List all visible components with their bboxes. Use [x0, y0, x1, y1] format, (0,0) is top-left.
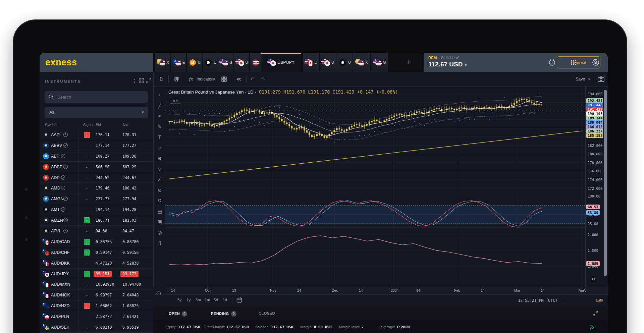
instrument-row[interactable]: AUD/CAD↑0.887550.88780 — [40, 236, 153, 247]
account-balance[interactable]: 112.67 USD▾ — [428, 61, 467, 68]
scrollbar-thumb[interactable] — [604, 90, 607, 276]
collapse-panel-icon[interactable] — [146, 78, 151, 85]
menu-dots-icon[interactable]: ⋮ — [132, 78, 137, 84]
instrument-row[interactable]: AUD/NZD↓1.088021.08825 — [40, 300, 153, 311]
price-axis[interactable]: 196.000194.000184.000182.000180.000178.0… — [585, 87, 603, 287]
alarm-icon[interactable] — [548, 58, 556, 67]
rewind-icon[interactable]: ≪ — [236, 72, 241, 86]
candlestick-chart[interactable] — [165, 87, 585, 287]
stock-icon: A — [43, 175, 49, 181]
brush-tool-icon[interactable]: ✎ — [154, 122, 166, 132]
indicator-legend-chip[interactable]: ∨ 5 — [170, 98, 181, 104]
layout-grid-icon[interactable] — [221, 72, 227, 86]
lock-tool-icon[interactable]: ▣ — [154, 217, 166, 227]
instrument-symbol: ABT — [51, 154, 59, 159]
tab-label: G — [229, 60, 232, 64]
timeframe-1d[interactable]: 1d — [223, 298, 227, 302]
position-tool-icon[interactable]: ⊕ — [154, 154, 166, 163]
pattern-tool-icon[interactable]: ◇ — [154, 144, 166, 153]
eye-tool-icon[interactable]: ◎ — [154, 228, 166, 237]
edit-tool-icon[interactable]: ▤ — [154, 207, 166, 216]
time-axis[interactable]: 14Oct13Nov14Dec14202414Feb14Mar14Apr⊙ — [165, 287, 608, 294]
timeframe-5y[interactable]: 5y — [177, 298, 181, 302]
instrument-row[interactable]: AAMGN-277.77277.94 — [40, 193, 153, 204]
tab-instrument[interactable]: U — [203, 53, 218, 72]
instrument-row[interactable]: AUD/NOK-6.997977.04048 — [40, 290, 153, 300]
divider — [232, 297, 232, 304]
save-button[interactable]: Save∨ — [576, 72, 590, 86]
deposit-button[interactable]: Deposit — [557, 56, 600, 68]
timeframe-1m[interactable]: 1m — [205, 298, 210, 302]
instruments-title: INSTRUMENTS — [45, 79, 81, 84]
instrument-row[interactable]: AAMZN↑180.71181.03 — [40, 215, 153, 226]
camera-icon[interactable] — [598, 72, 604, 86]
magnet-tool-icon[interactable]: Ω — [154, 196, 166, 206]
timeframe-3m[interactable]: 3m — [196, 298, 201, 302]
tab-instrument[interactable]: BB — [187, 53, 202, 72]
tab-pending[interactable]: PENDING0 — [211, 311, 236, 317]
timezone-settings-icon[interactable]: ⊙ — [583, 288, 586, 293]
undo-icon[interactable]: ↶ — [250, 72, 255, 86]
redo-icon[interactable]: ↷ — [261, 72, 265, 86]
tab-closed[interactable]: CLOSED — [259, 311, 275, 315]
instrument-row[interactable]: AUD/CHF↑0.591470.59156 — [40, 247, 153, 258]
instrument-symbol: AUD/PLN — [51, 314, 69, 319]
instrument-flag-icon — [219, 59, 228, 66]
tab-instrument-active[interactable]: GBP/JPY — [261, 53, 301, 72]
instrument-row[interactable]: AABT-109.27109.36 — [40, 151, 153, 162]
zoom-tool-icon[interactable]: ⊙ — [154, 186, 166, 195]
tab-instrument[interactable]: U — [234, 53, 249, 72]
tab-instrument[interactable]: X — [353, 53, 370, 72]
trend-line-tool-icon[interactable]: ╱ — [154, 101, 166, 111]
ruler-tool-icon[interactable]: ∠ — [154, 175, 166, 184]
watchlist-grid-icon[interactable] — [139, 78, 144, 85]
instrument-row[interactable]: AAAPL↓170.11170.31 — [40, 129, 153, 140]
trash-tool-icon[interactable]: ▯ — [154, 238, 166, 248]
instrument-row[interactable]: AUD/JPY↑99.15199.172 — [40, 269, 153, 279]
calendar-icon[interactable] — [236, 297, 242, 303]
instrument-row[interactable]: AUD/DKK-4.471204.52838 — [40, 258, 153, 269]
category-filter-select[interactable]: All▾ — [45, 107, 148, 118]
emoji-tool-icon[interactable]: ☺ — [154, 165, 166, 174]
clock-utc[interactable]: 12:55:21 PM (UTC) — [518, 298, 557, 303]
crosshair-tool-icon[interactable]: + — [154, 91, 166, 100]
expand-panel-icon[interactable] — [593, 311, 598, 317]
instrument-row[interactable]: AABBV-177.14177.27 — [40, 140, 153, 151]
instrument-row[interactable]: AAMD-179.46180.42 — [40, 183, 153, 193]
instrument-row[interactable]: AUD/SEK-6.882106.93519 — [40, 322, 153, 333]
tab-instrument[interactable]: E — [171, 53, 186, 72]
timeframe-1y[interactable]: 1y — [186, 298, 191, 302]
price-badge: 186.612 — [586, 124, 603, 129]
scroll-up-icon[interactable]: ⌃ — [603, 75, 606, 79]
tab-instrument[interactable]: U — [320, 53, 336, 72]
account-status-bar: Equity:112.67 USDFree Margin:112.67 USDB… — [153, 321, 608, 333]
instrument-row[interactable]: AUD/MXN-10.9297010.94700 — [40, 279, 153, 290]
price-badge: 189.344 — [586, 116, 603, 120]
instrument-row[interactable]: AADBE-506.90507.29 — [40, 162, 153, 172]
tab-instrument[interactable]: U — [336, 53, 353, 72]
instrument-flag-icon — [251, 59, 260, 66]
tab-instrument[interactable]: X — [155, 53, 170, 72]
instrument-flag-icon — [157, 59, 165, 66]
instrument-row[interactable]: AATVI-94.3894.47 — [40, 226, 153, 236]
search-input[interactable] — [57, 91, 145, 103]
interval-button[interactable]: D — [160, 72, 163, 86]
bezel-button — [25, 188, 28, 191]
add-tab-button[interactable]: + — [407, 57, 411, 67]
indicators-button[interactable]: Indicators — [197, 72, 215, 86]
instrument-row[interactable]: AADP-244.52244.67 — [40, 172, 153, 183]
tab-instrument[interactable]: G — [218, 53, 233, 72]
ask-value: 277.94 — [122, 197, 137, 201]
instrument-row[interactable]: AAMT-194.14194.28 — [40, 204, 153, 215]
text-tool-icon[interactable]: T — [154, 133, 166, 142]
axis-settings-icon[interactable]: ⊙ — [592, 276, 595, 281]
channel-tool-icon[interactable]: ≈ — [154, 112, 166, 121]
tab-open[interactable]: OPEN0 — [169, 311, 187, 317]
auto-scale-toggle[interactable]: auto — [596, 298, 603, 302]
chart-style-icon[interactable] — [173, 72, 179, 86]
timeframe-5d[interactable]: 5d — [214, 298, 218, 302]
tab-instrument[interactable]: G — [371, 53, 388, 72]
instrument-row[interactable]: AUD/PLN-2.587722.61421 — [40, 311, 153, 322]
fx-icon[interactable]: ƒx — [189, 72, 193, 86]
tab-instrument[interactable]: U — [303, 53, 319, 72]
